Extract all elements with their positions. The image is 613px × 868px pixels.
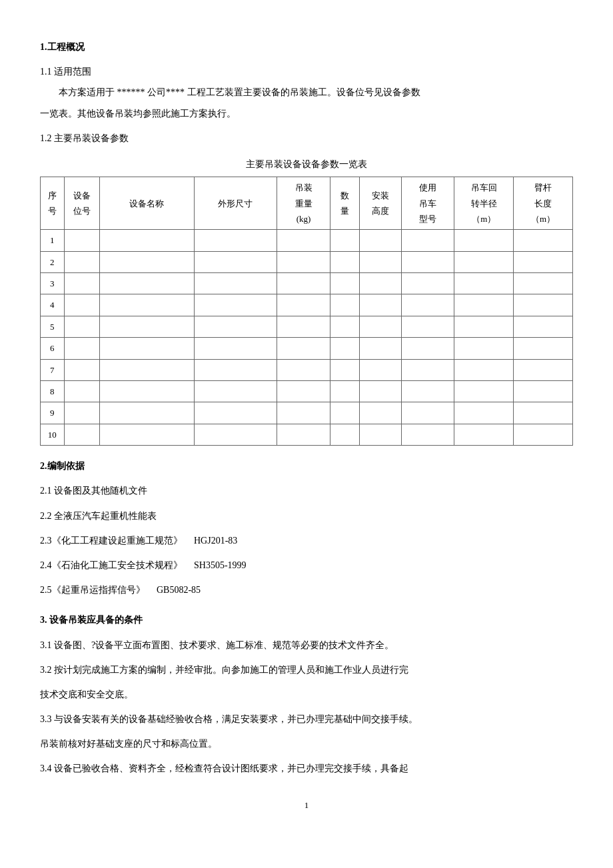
table-cell	[64, 402, 99, 424]
table-cell: 1	[41, 230, 65, 251]
table-cell	[99, 359, 194, 380]
table-cell	[360, 294, 401, 316]
table-cell	[194, 294, 277, 316]
table-cell	[514, 273, 573, 294]
subsection-1-2-title: 1.2 主要吊装设备参数	[40, 130, 573, 147]
table-cell: 2	[41, 251, 65, 272]
table-cell: 6	[41, 338, 65, 359]
table-row: 4	[41, 294, 573, 316]
table-cell	[401, 381, 454, 402]
table-cell	[277, 381, 330, 402]
table-cell	[514, 402, 573, 424]
table-cell	[330, 359, 359, 380]
table-cell	[454, 316, 514, 337]
table-cell	[360, 338, 401, 359]
table-cell	[277, 338, 330, 359]
table-cell	[360, 273, 401, 294]
table-cell	[360, 381, 401, 402]
table-row: 2	[41, 251, 573, 272]
table-cell	[194, 316, 277, 337]
table-cell	[401, 424, 454, 445]
table-row: 1	[41, 230, 573, 251]
table-cell	[277, 251, 330, 272]
table-cell	[64, 381, 99, 402]
para-1-1-2: 一览表。其他设备吊装均参照此施工方案执行。	[40, 105, 573, 122]
table-cell	[330, 230, 359, 251]
table-cell	[454, 424, 514, 445]
table-cell	[454, 359, 514, 380]
table-cell	[330, 381, 359, 402]
subsection-2-3: 2.3《化工工程建设起重施工规范》 HGJ201-83	[40, 532, 573, 549]
table-cell	[401, 359, 454, 380]
subsection-3-3-line2: 吊装前核对好基础支座的尺寸和标高位置。	[40, 735, 573, 752]
table-cell	[401, 251, 454, 272]
table-cell	[194, 402, 277, 424]
table-cell	[99, 273, 194, 294]
subsection-3-1: 3.1 设备图、?设备平立面布置图、技术要求、施工标准、规范等必要的技术文件齐全…	[40, 637, 573, 653]
table-cell	[194, 273, 277, 294]
table-cell	[514, 359, 573, 380]
table-cell	[454, 402, 514, 424]
table-cell	[514, 230, 573, 251]
table-cell	[64, 359, 99, 380]
table-cell	[454, 381, 514, 402]
page-number: 1	[40, 797, 573, 813]
subsection-2-5: 2.5《起重吊运指挥信号》 GB5082-85	[40, 582, 573, 598]
col-header-weight: 吊装重量(kg)	[277, 177, 330, 230]
equipment-table: 序号 设备位号 设备名称 外形尺寸 吊装重量(kg) 数量 安装高度 使用吊车型…	[40, 177, 573, 446]
table-cell	[99, 402, 194, 424]
table-row: 5	[41, 316, 573, 337]
table-row: 10	[41, 424, 573, 445]
table-cell	[330, 338, 359, 359]
section-2-title: 2.编制依据	[40, 458, 573, 474]
subsection-2-1: 2.1 设备图及其他随机文件	[40, 482, 573, 499]
table-cell	[401, 338, 454, 359]
table-cell	[454, 230, 514, 251]
table-cell	[330, 402, 359, 424]
table-cell	[99, 230, 194, 251]
table-cell	[514, 338, 573, 359]
col-header-dimension: 外形尺寸	[194, 177, 277, 230]
table-cell	[277, 230, 330, 251]
table-cell	[99, 316, 194, 337]
table-cell	[64, 424, 99, 445]
subsection-3-2-line1: 3.2 按计划完成施工方案的编制，并经审批。向参加施工的管理人员和施工作业人员进…	[40, 661, 573, 678]
table-cell	[360, 402, 401, 424]
table-cell	[360, 359, 401, 380]
table-cell	[194, 359, 277, 380]
table-cell	[360, 230, 401, 251]
table-row: 6	[41, 338, 573, 359]
table-row: 7	[41, 359, 573, 380]
table-cell	[64, 230, 99, 251]
table-cell: 8	[41, 381, 65, 402]
table-cell	[514, 424, 573, 445]
table-cell	[277, 402, 330, 424]
table-cell	[330, 273, 359, 294]
table-cell: 7	[41, 359, 65, 380]
table-cell	[401, 316, 454, 337]
table-cell	[277, 316, 330, 337]
table-cell	[360, 316, 401, 337]
table-cell	[99, 294, 194, 316]
col-header-devname: 设备名称	[99, 177, 194, 230]
table-cell	[330, 294, 359, 316]
col-header-boom: 臂杆长度（m）	[514, 177, 573, 230]
subsection-2-2: 2.2 全液压汽车起重机性能表	[40, 508, 573, 524]
table-cell	[64, 251, 99, 272]
table-cell	[401, 294, 454, 316]
table-cell	[514, 381, 573, 402]
table-row: 9	[41, 402, 573, 424]
table-cell	[330, 316, 359, 337]
table-cell	[277, 273, 330, 294]
table-cell	[99, 381, 194, 402]
table-cell	[194, 381, 277, 402]
table-cell	[401, 402, 454, 424]
table-cell	[277, 359, 330, 380]
table-cell	[64, 273, 99, 294]
table-cell: 3	[41, 273, 65, 294]
section-3-title: 3. 设备吊装应具备的条件	[40, 612, 573, 628]
table-title: 主要吊装设备设备参数一览表	[40, 156, 573, 173]
table-cell	[64, 338, 99, 359]
table-cell: 9	[41, 402, 65, 424]
table-header-row: 序号 设备位号 设备名称 外形尺寸 吊装重量(kg) 数量 安装高度 使用吊车型…	[41, 177, 573, 230]
